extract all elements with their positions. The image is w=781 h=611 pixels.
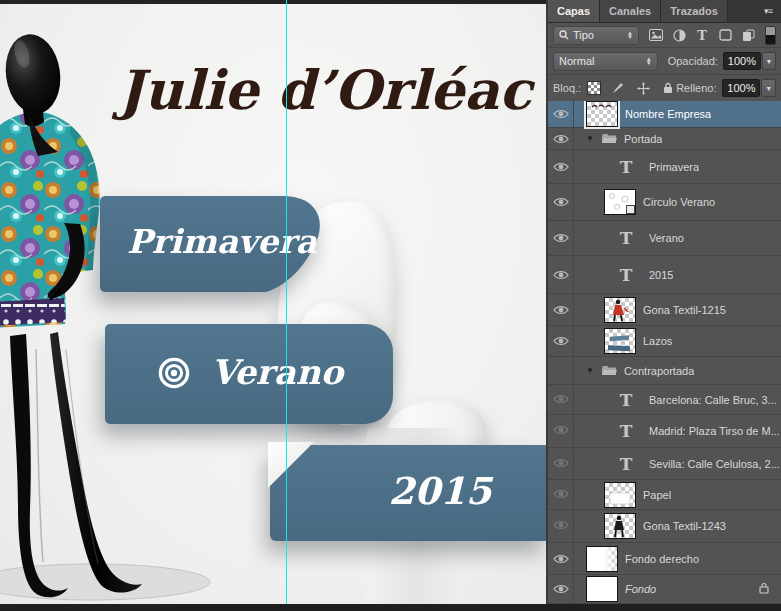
text-layer-icon: T [610, 421, 642, 441]
layer-thumbnail[interactable] [604, 513, 636, 539]
visibility-toggle[interactable] [548, 448, 574, 479]
eye-icon [553, 108, 569, 120]
layer-row-primavera[interactable]: TPrimavera [548, 150, 781, 184]
blend-mode-dropdown[interactable]: Normal ▲▼ [553, 52, 658, 71]
layer-row-contraportada[interactable]: ▼Contraportada [548, 357, 781, 385]
layer-row-2015[interactable]: T2015 [548, 256, 781, 294]
layer-name: Verano [649, 232, 684, 244]
layer-thumbnail[interactable] [604, 297, 636, 323]
visibility-toggle[interactable] [548, 221, 574, 255]
layer-row-fondo[interactable]: Fondo [548, 575, 781, 604]
group-expand-triangle[interactable]: ▼ [586, 366, 594, 375]
visibility-toggle[interactable] [548, 357, 574, 384]
layer-row-madrid-plaza-tirso-de-m[interactable]: TMadrid: Plaza Tirso de M... [548, 415, 781, 448]
banner-primavera: Primavera [100, 196, 324, 292]
lock-label: Bloq.: [553, 82, 581, 94]
layer-thumbnail[interactable] [604, 189, 636, 215]
visibility-toggle[interactable] [548, 480, 574, 509]
visibility-toggle[interactable] [548, 385, 574, 414]
visibility-toggle[interactable] [548, 184, 574, 220]
eye-icon [553, 269, 569, 281]
visibility-toggle[interactable] [548, 326, 574, 356]
layer-row-gona-textil-1243[interactable]: Gona Textil-1243 [548, 510, 781, 543]
lock-all-icon[interactable] [660, 80, 676, 96]
layer-name: Gona Textil-1215 [643, 304, 726, 316]
layers-list: Nombre Empresa▼PortadaTPrimaveraCirculo … [548, 101, 781, 604]
visibility-toggle[interactable] [548, 294, 574, 325]
layer-row-sevilla-calle-celulosa-2[interactable]: TSevilla: Calle Celulosa, 2... [548, 448, 781, 480]
eye-icon [553, 335, 569, 347]
fill-value[interactable]: 100% [722, 79, 761, 97]
banner-verano: Verano [105, 324, 393, 424]
visibility-toggle[interactable] [548, 128, 574, 149]
text-layer-icon: T [610, 157, 642, 177]
layer-row-nombre-empresa[interactable]: Nombre Empresa [548, 101, 781, 128]
visibility-toggle[interactable] [548, 415, 574, 447]
layer-row-gona-textil-1215[interactable]: Gona Textil-1215 [548, 294, 781, 326]
filter-icons: T [648, 27, 756, 43]
filtering-toggle[interactable] [765, 26, 776, 45]
layer-row-portada[interactable]: ▼Portada [548, 128, 781, 150]
panel-tabbar: Capas Canales Trazados ▾≡ [548, 0, 781, 23]
pixel-layers-filter-icon[interactable] [648, 27, 664, 43]
visibility-toggle[interactable] [548, 101, 574, 127]
layer-thumbnail[interactable] [604, 328, 636, 354]
layer-name: Fondo derecho [625, 553, 699, 565]
layer-thumbnail[interactable] [586, 576, 618, 602]
shape-layers-filter-icon[interactable] [717, 27, 733, 43]
visibility-toggle[interactable] [548, 510, 574, 542]
layer-name: Papel [643, 489, 671, 501]
layer-locked-icon [759, 580, 769, 598]
layer-row-verano[interactable]: TVerano [548, 221, 781, 256]
layer-thumbnail[interactable] [604, 482, 636, 508]
eye-icon [553, 519, 569, 531]
eye-icon [553, 133, 569, 145]
lock-paint-icon[interactable] [610, 80, 626, 96]
fill-dropdown-button[interactable]: ▼ [761, 79, 776, 97]
folder-icon [601, 365, 617, 376]
blend-mode-value: Normal [559, 55, 594, 67]
visibility-toggle[interactable] [548, 256, 574, 293]
banner-verano-label: Verano [197, 352, 357, 392]
layer-row-lazos[interactable]: Lazos [548, 326, 781, 357]
opacity-value[interactable]: 100% [723, 52, 761, 70]
adjustment-layers-filter-icon[interactable] [671, 27, 687, 43]
lock-position-icon[interactable] [635, 80, 651, 96]
layer-name: Circulo Verano [643, 196, 715, 208]
target-circles-icon [157, 356, 191, 390]
layer-row-papel[interactable]: Papel [548, 480, 781, 510]
tab-canales[interactable]: Canales [600, 0, 661, 22]
banner-2015: 2015 [270, 445, 546, 541]
layer-thumbnail[interactable] [586, 546, 618, 572]
window-bottom-edge [0, 604, 781, 611]
smart-object-filter-icon[interactable] [740, 27, 756, 43]
banner-primavera-label: Primavera [127, 222, 307, 261]
layer-row-fondo-derecho[interactable]: Fondo derecho [548, 543, 781, 575]
layer-row-barcelona-calle-bruc-3[interactable]: TBarcelona: Calle Bruc, 3... [548, 385, 781, 415]
lock-transparency-icon[interactable] [587, 81, 601, 95]
lock-icon [759, 582, 769, 594]
layer-name: Sevilla: Calle Celulosa, 2... [649, 458, 780, 470]
vertical-guide[interactable] [286, 0, 287, 604]
tab-trazados[interactable]: Trazados [661, 0, 728, 22]
fill-label: Relleno: [676, 82, 716, 94]
opacity-dropdown-button[interactable]: ▼ [762, 52, 776, 70]
visibility-toggle[interactable] [548, 543, 574, 574]
type-layers-filter-icon[interactable]: T [694, 27, 710, 43]
text-layer-icon: T [610, 390, 642, 410]
visibility-toggle[interactable] [548, 150, 574, 183]
tab-capas[interactable]: Capas [548, 0, 600, 22]
eye-icon [553, 457, 569, 469]
panel-menu-icon[interactable]: ▾≡ [755, 0, 781, 22]
text-layer-icon: T [610, 228, 642, 248]
text-layer-icon: T [610, 454, 642, 474]
filter-kind-value: Tipo [573, 29, 594, 41]
smart-object-badge-icon [626, 205, 635, 214]
eye-icon [553, 583, 569, 595]
filter-kind-dropdown[interactable]: Tipo ▲▼ [553, 26, 639, 45]
visibility-toggle[interactable] [548, 575, 574, 603]
dropdown-arrows-icon: ▲▼ [646, 57, 652, 65]
layer-row-circulo-verano[interactable]: Circulo Verano [548, 184, 781, 221]
group-expand-triangle[interactable]: ▼ [586, 134, 594, 143]
layer-thumbnail[interactable] [586, 101, 618, 127]
